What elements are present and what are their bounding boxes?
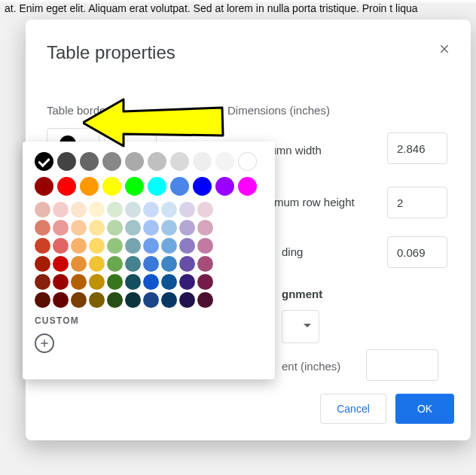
color-swatch[interactable] (71, 202, 87, 218)
color-swatch[interactable] (125, 220, 141, 236)
color-swatch[interactable] (89, 220, 105, 236)
color-row-saturated (35, 177, 263, 196)
color-swatch[interactable] (102, 152, 121, 171)
color-swatch[interactable] (89, 292, 105, 308)
color-swatch[interactable] (125, 152, 144, 171)
color-swatch[interactable] (179, 220, 195, 236)
color-swatch[interactable] (80, 177, 99, 196)
color-swatch[interactable] (161, 202, 177, 218)
alignment-dropdown[interactable] (282, 310, 319, 343)
color-swatch[interactable] (107, 256, 123, 272)
color-swatch[interactable] (197, 292, 213, 308)
color-swatch[interactable] (215, 177, 234, 196)
color-swatch[interactable] (197, 274, 213, 290)
color-swatch[interactable] (148, 152, 166, 171)
color-swatch[interactable] (179, 292, 195, 308)
color-row (35, 220, 263, 236)
color-swatch[interactable] (143, 220, 159, 236)
indent-input[interactable] (366, 349, 438, 381)
color-swatch[interactable] (161, 292, 177, 308)
color-swatch[interactable] (57, 177, 76, 196)
color-swatch[interactable] (53, 202, 69, 218)
custom-label: CUSTOM (35, 315, 263, 326)
color-swatch[interactable] (71, 274, 87, 290)
color-swatch[interactable] (179, 274, 195, 290)
cell-padding-input[interactable]: 0.069 (387, 236, 447, 268)
color-swatch[interactable] (143, 238, 159, 254)
color-swatch[interactable] (197, 202, 213, 218)
color-swatch[interactable] (197, 256, 213, 272)
color-swatch[interactable] (35, 177, 53, 196)
color-swatch[interactable] (161, 238, 177, 254)
color-swatch[interactable] (53, 292, 69, 308)
color-swatch[interactable] (35, 238, 50, 254)
color-swatch[interactable] (170, 152, 189, 171)
color-swatch[interactable] (71, 220, 87, 236)
color-swatch[interactable] (35, 256, 50, 272)
color-swatch[interactable] (125, 238, 141, 254)
color-swatch[interactable] (107, 220, 123, 236)
color-row (35, 202, 263, 218)
color-swatch[interactable] (71, 292, 87, 308)
color-swatch[interactable] (35, 292, 50, 308)
color-swatch[interactable] (125, 177, 144, 196)
color-swatch[interactable] (89, 202, 105, 218)
color-swatch[interactable] (143, 202, 159, 218)
color-swatch[interactable] (125, 256, 141, 272)
color-swatch[interactable] (238, 152, 257, 171)
color-swatch[interactable] (107, 202, 123, 218)
color-swatch[interactable] (107, 274, 123, 290)
color-swatch[interactable] (197, 220, 213, 236)
color-swatch[interactable] (197, 238, 213, 254)
color-swatch[interactable] (161, 220, 177, 236)
color-swatch[interactable] (57, 152, 76, 171)
color-swatch[interactable] (53, 238, 69, 254)
close-icon (438, 43, 450, 55)
color-swatch[interactable] (125, 202, 141, 218)
color-swatch[interactable] (148, 177, 166, 196)
color-swatch[interactable] (35, 220, 50, 236)
color-swatch[interactable] (53, 220, 69, 236)
plus-icon (39, 338, 50, 349)
min-row-height-input[interactable]: 2 (387, 187, 447, 218)
color-row (35, 256, 263, 272)
color-swatch[interactable] (143, 274, 159, 290)
color-swatch[interactable] (125, 292, 141, 308)
dialog-title: Table properties (47, 42, 450, 63)
color-swatch[interactable] (80, 152, 99, 171)
color-swatch[interactable] (179, 256, 195, 272)
add-custom-color-button[interactable] (35, 333, 54, 353)
color-swatch[interactable] (215, 152, 234, 171)
color-swatch[interactable] (107, 238, 123, 254)
column-width-input[interactable]: 2.846 (387, 132, 447, 164)
color-swatch[interactable] (35, 152, 53, 171)
color-swatch[interactable] (143, 256, 159, 272)
color-swatch[interactable] (170, 177, 189, 196)
color-swatch[interactable] (71, 256, 87, 272)
min-row-height-row: mum row height (274, 196, 355, 209)
color-swatch[interactable] (238, 177, 257, 196)
color-swatch[interactable] (179, 238, 195, 254)
color-grid (35, 202, 263, 308)
color-swatch[interactable] (161, 274, 177, 290)
cancel-button[interactable]: Cancel (320, 394, 386, 424)
color-swatch[interactable] (107, 292, 123, 308)
color-swatch[interactable] (89, 238, 105, 254)
color-swatch[interactable] (71, 238, 87, 254)
color-swatch[interactable] (143, 292, 159, 308)
close-button[interactable] (435, 39, 454, 59)
color-swatch[interactable] (35, 202, 50, 218)
ok-button[interactable]: OK (395, 394, 454, 424)
color-swatch[interactable] (193, 152, 212, 171)
color-swatch[interactable] (125, 274, 141, 290)
color-swatch[interactable] (193, 177, 212, 196)
table-border-label: Table border (47, 104, 109, 117)
color-swatch[interactable] (89, 256, 105, 272)
color-swatch[interactable] (35, 274, 50, 290)
color-swatch[interactable] (53, 274, 69, 290)
color-swatch[interactable] (53, 256, 69, 272)
color-swatch[interactable] (102, 177, 121, 196)
color-swatch[interactable] (179, 202, 195, 218)
color-swatch[interactable] (161, 256, 177, 272)
color-swatch[interactable] (89, 274, 105, 290)
